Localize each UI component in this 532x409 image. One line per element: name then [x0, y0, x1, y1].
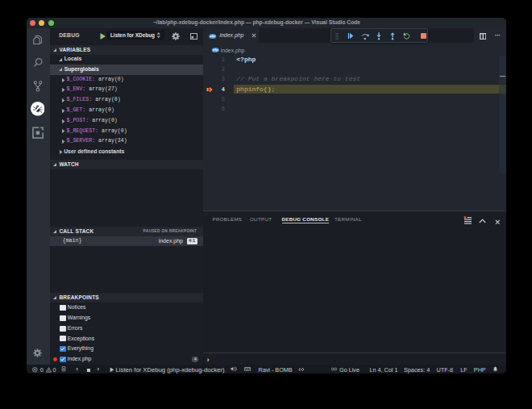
svg-text:php: php — [212, 49, 218, 52]
svg-text:php: php — [210, 35, 216, 39]
